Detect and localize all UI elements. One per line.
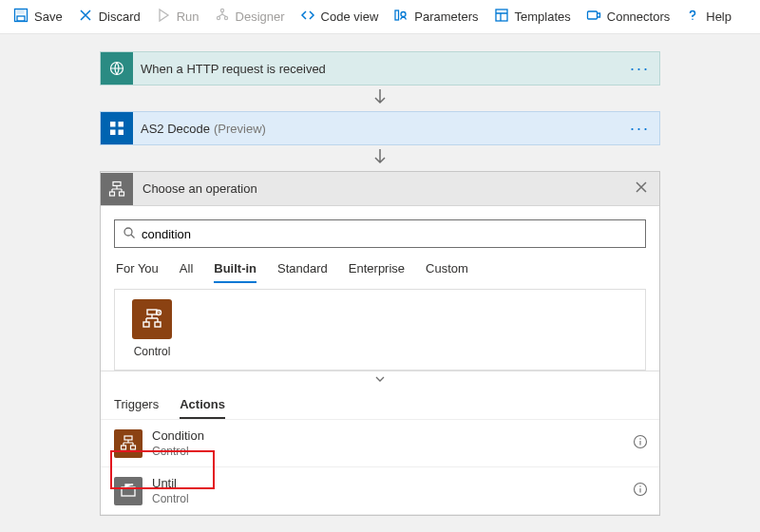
play-icon xyxy=(156,8,171,26)
svg-rect-22 xyxy=(155,322,161,327)
action-item-until[interactable]: Until Control xyxy=(101,467,659,515)
parameters-icon xyxy=(393,8,408,26)
action-title: Condition xyxy=(152,428,204,444)
operation-picker-header: Choose an operation xyxy=(101,172,659,206)
operation-picker-title: Choose an operation xyxy=(133,181,257,196)
run-button[interactable]: Run xyxy=(148,4,207,30)
toolbar: Save Discard Run Designer Code view Para… xyxy=(0,0,760,34)
svg-rect-26 xyxy=(131,446,136,449)
preview-badge: (Preview) xyxy=(214,122,266,136)
svg-rect-16 xyxy=(113,181,121,185)
designer-icon xyxy=(215,8,230,26)
filter-tab-custom[interactable]: Custom xyxy=(426,261,468,283)
action-item-text: Until Control xyxy=(152,476,189,506)
toolbar-label: Parameters xyxy=(414,10,478,24)
svg-rect-21 xyxy=(143,322,149,327)
search-input-wrapper[interactable] xyxy=(114,219,646,248)
svg-rect-24 xyxy=(124,436,132,440)
filter-tab-builtin[interactable]: Built-in xyxy=(214,261,256,283)
subtab-triggers[interactable]: Triggers xyxy=(114,397,159,419)
designer-button[interactable]: Designer xyxy=(207,4,293,30)
as2-icon xyxy=(101,112,133,144)
http-request-icon xyxy=(101,52,133,85)
svg-rect-20 xyxy=(147,310,157,314)
svg-rect-25 xyxy=(122,446,126,449)
svg-rect-18 xyxy=(120,192,124,196)
step-menu-button[interactable]: ··· xyxy=(620,119,659,139)
svg-point-10 xyxy=(692,19,694,21)
filter-tab-enterprise[interactable]: Enterprise xyxy=(349,261,405,283)
connector-tile-control[interactable]: Control xyxy=(128,299,176,358)
toolbar-label: Code view xyxy=(321,10,379,24)
flow-step-title: AS2 Decode xyxy=(133,122,210,136)
filter-tab-foryou[interactable]: For You xyxy=(116,261,159,283)
search-icon xyxy=(123,226,136,242)
action-title: Until xyxy=(152,476,189,491)
toolbar-label: Save xyxy=(34,10,63,24)
toolbar-label: Templates xyxy=(515,10,571,24)
flow-step-trigger[interactable]: When a HTTP request is received ··· xyxy=(100,51,660,86)
code-view-button[interactable]: Code view xyxy=(293,4,387,30)
svg-rect-17 xyxy=(110,192,115,196)
svg-point-7 xyxy=(401,12,406,17)
svg-point-4 xyxy=(217,16,219,19)
svg-rect-15 xyxy=(119,130,124,136)
flow-step-title: When a HTTP request is received xyxy=(133,62,326,76)
subtab-actions[interactable]: Actions xyxy=(180,397,225,419)
designer-canvas: When a HTTP request is received ··· AS2 … xyxy=(0,34,760,532)
svg-point-3 xyxy=(220,9,223,11)
save-icon xyxy=(13,8,28,26)
chevron-down-icon xyxy=(373,372,387,387)
code-icon xyxy=(300,8,315,26)
control-icon xyxy=(132,299,172,339)
svg-rect-1 xyxy=(17,10,24,14)
connectors-button[interactable]: Connectors xyxy=(579,4,677,30)
condition-icon xyxy=(114,429,142,458)
svg-rect-2 xyxy=(17,16,25,21)
action-list: Condition Control Until Control xyxy=(101,419,659,515)
connector-tile-label: Control xyxy=(128,345,176,358)
action-subtitle: Control xyxy=(152,491,189,506)
svg-point-19 xyxy=(124,228,132,236)
filter-tabs: For You All Built-in Standard Enterprise… xyxy=(114,261,646,283)
svg-rect-29 xyxy=(122,487,135,496)
svg-rect-6 xyxy=(395,10,399,20)
expand-connectors-button[interactable] xyxy=(101,370,659,388)
step-menu-button[interactable]: ··· xyxy=(620,59,659,79)
search-input[interactable] xyxy=(136,227,637,241)
parameters-button[interactable]: Parameters xyxy=(386,4,485,30)
info-button[interactable] xyxy=(633,482,648,500)
templates-button[interactable]: Templates xyxy=(486,4,579,30)
connectors-grid: Control xyxy=(114,289,646,370)
action-item-condition[interactable]: Condition Control xyxy=(101,420,659,467)
discard-button[interactable]: Discard xyxy=(70,4,148,30)
toolbar-label: Help xyxy=(706,10,732,24)
toolbar-label: Run xyxy=(177,10,200,24)
close-button[interactable] xyxy=(623,180,659,198)
action-item-text: Condition Control xyxy=(152,428,204,459)
filter-tab-all[interactable]: All xyxy=(180,261,193,283)
info-button[interactable] xyxy=(633,434,648,452)
svg-point-28 xyxy=(639,438,640,439)
svg-point-5 xyxy=(224,16,227,19)
until-icon xyxy=(114,477,142,505)
save-button[interactable]: Save xyxy=(6,4,70,30)
filter-tab-standard[interactable]: Standard xyxy=(277,261,328,283)
svg-rect-9 xyxy=(587,11,597,19)
close-icon xyxy=(78,8,93,26)
help-button[interactable]: Help xyxy=(677,4,739,30)
flow-arrow-icon xyxy=(0,147,760,169)
svg-rect-14 xyxy=(110,130,116,136)
svg-point-31 xyxy=(639,485,640,486)
trigger-action-tabs: Triggers Actions xyxy=(101,388,659,419)
flow-arrow-icon xyxy=(0,87,760,109)
svg-rect-8 xyxy=(496,10,507,21)
help-icon xyxy=(685,8,700,26)
connectors-icon xyxy=(586,8,601,26)
operation-icon xyxy=(101,173,133,205)
templates-icon xyxy=(494,8,509,26)
toolbar-label: Designer xyxy=(236,10,285,24)
operation-picker-panel: Choose an operation For You All Built-in… xyxy=(100,171,660,516)
toolbar-label: Connectors xyxy=(607,10,670,24)
flow-step-as2[interactable]: AS2 Decode (Preview) ··· xyxy=(100,111,660,145)
